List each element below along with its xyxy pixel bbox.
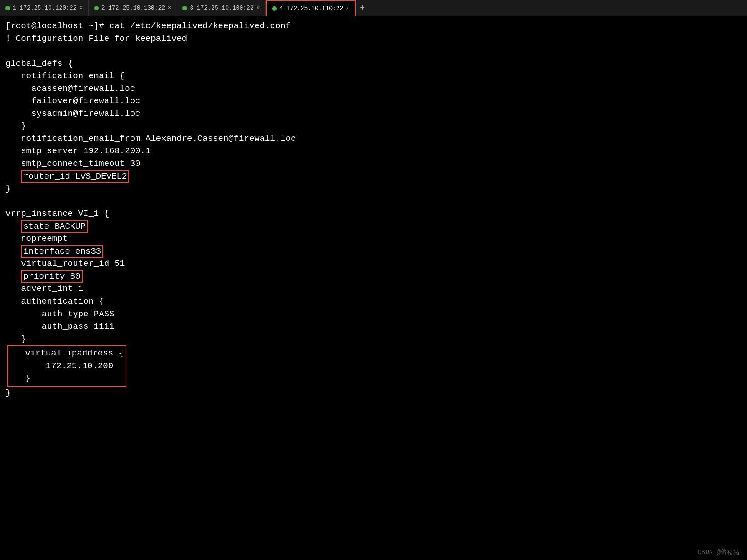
line-interface: interface ens33 bbox=[5, 245, 742, 258]
line-virtual-ipaddress: virtual_ipaddress { bbox=[10, 347, 124, 360]
highlight-priority: priority 80 bbox=[21, 270, 82, 283]
tab-bar: 1 172.25.10.120:22 × 2 172.25.10.130:22 … bbox=[0, 0, 747, 16]
tab-3-label: 3 172.25.10.100:22 bbox=[190, 5, 253, 11]
line-close-vip: } bbox=[10, 372, 124, 385]
line-smtp-timeout: smtp_connect_timeout 30 bbox=[5, 158, 742, 170]
line-vip: 172.25.10.200 bbox=[10, 360, 124, 373]
tab-4-close[interactable]: × bbox=[346, 5, 349, 12]
line-smtp-server: smtp_server 192.168.200.1 bbox=[5, 145, 742, 158]
highlight-router-id: router_id LVS_DEVEL2 bbox=[21, 170, 129, 183]
tab-2[interactable]: 2 172.25.10.130:22 × bbox=[89, 0, 177, 16]
terminal-content: [root@localhost ~]# cat /etc/keepalived/… bbox=[0, 16, 747, 403]
line-virtual-router-id: virtual_router_id 51 bbox=[5, 258, 742, 270]
line-authentication: authentication { bbox=[5, 295, 742, 308]
tab-1-close[interactable]: × bbox=[79, 5, 82, 11]
terminal-prompt: [root@localhost ~]# cat /etc/keepalived/… bbox=[5, 20, 742, 33]
line-1: ! Configuration File for keepalived bbox=[5, 33, 742, 45]
line-close-notif: } bbox=[5, 120, 742, 133]
line-acassen: acassen@firewall.loc bbox=[5, 83, 742, 95]
tab-3-close[interactable]: × bbox=[257, 5, 260, 11]
tab-1-dot bbox=[5, 6, 10, 10]
tab-3[interactable]: 3 172.25.10.100:22 × bbox=[177, 0, 266, 16]
line-router-id: router_id LVS_DEVEL2 bbox=[5, 170, 742, 183]
tab-4[interactable]: 4 172.25.10.110:22 × bbox=[266, 0, 356, 16]
tab-2-close[interactable]: × bbox=[168, 5, 171, 11]
line-priority: priority 80 bbox=[5, 270, 742, 283]
line-global-defs: global_defs { bbox=[5, 58, 742, 70]
watermark: CSDN @蒋猪猪 bbox=[698, 548, 740, 556]
tab-3-dot bbox=[182, 6, 187, 10]
line-notif-email: notification_email { bbox=[5, 70, 742, 83]
line-sysadmin: sysadmin@firewall.loc bbox=[5, 108, 742, 120]
tab-4-dot bbox=[272, 6, 277, 11]
highlight-state: state BACKUP bbox=[21, 220, 88, 233]
highlight-interface: interface ens33 bbox=[21, 245, 103, 258]
tab-1-label: 1 172.25.10.120:22 bbox=[13, 5, 76, 11]
line-auth-pass: auth_pass 1111 bbox=[5, 320, 742, 333]
tab-2-dot bbox=[94, 6, 99, 10]
tab-1[interactable]: 1 172.25.10.120:22 × bbox=[0, 0, 89, 16]
line-state: state BACKUP bbox=[5, 220, 742, 233]
line-close-auth: } bbox=[5, 333, 742, 346]
line-auth-type: auth_type PASS bbox=[5, 308, 742, 321]
tab-4-label: 4 172.25.10.110:22 bbox=[279, 5, 343, 12]
line-notif-from: notification_email_from Alexandre.Cassen… bbox=[5, 133, 742, 145]
new-tab-button[interactable]: + bbox=[356, 0, 369, 16]
line-close-global: } bbox=[5, 183, 742, 195]
line-advert-int: advert_int 1 bbox=[5, 283, 742, 295]
highlight-virtual-ipaddress-block: virtual_ipaddress { 172.25.10.200 } bbox=[7, 345, 126, 387]
line-nopreempt: nopreempt bbox=[5, 233, 742, 245]
line-failover: failover@firewall.loc bbox=[5, 95, 742, 108]
line-close-vrrp: } bbox=[5, 387, 742, 400]
line-vrrp-instance: vrrp_instance VI_1 { bbox=[5, 208, 742, 220]
tab-2-label: 2 172.25.10.130:22 bbox=[101, 5, 165, 11]
